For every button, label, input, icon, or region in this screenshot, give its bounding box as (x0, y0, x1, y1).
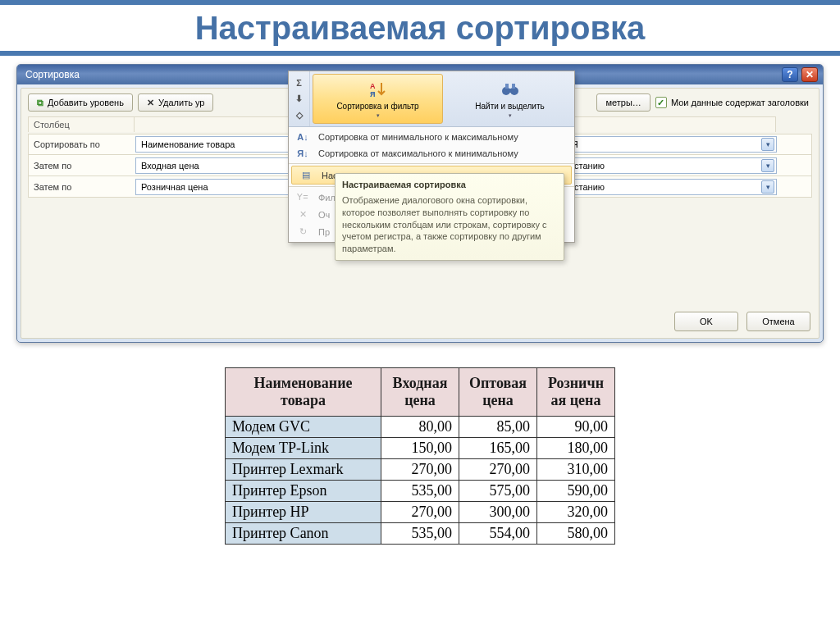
cell-opt: 554,00 (459, 523, 537, 545)
custom-sort-icon: ▤ (297, 170, 315, 180)
sort-dialog: Сортировка ? ✕ Σ⬇◇ АЯ Сортировка и фильт… (16, 64, 824, 343)
cell-in: 270,00 (381, 459, 459, 481)
tooltip-title: Настраиваемая сортировка (342, 179, 557, 191)
has-headers-label: Мои данные содержат заголовки (671, 98, 809, 107)
table-header: Входнаяцена (381, 368, 459, 417)
delete-level-label: Удалить ур (158, 98, 205, 107)
menu-sort-asc[interactable]: А↓ Сортировка от минимального к максимал… (289, 129, 574, 145)
dialog-title: Сортировка (25, 69, 80, 80)
table-row: Принтер HP270,00300,00320,00 (226, 502, 615, 523)
reapply-icon: ↻ (294, 226, 312, 237)
sort-row-label: Сортировать по (29, 139, 135, 149)
menu-filter-label: Фил (318, 193, 336, 203)
svg-text:А: А (370, 82, 376, 90)
ribbon-dropdown: Σ⬇◇ АЯ Сортировка и фильтр ▾ Найти и выд… (288, 71, 575, 243)
checkbox-checked-icon: ✓ (655, 97, 667, 108)
sort-desc-icon: Я↓ (294, 148, 312, 158)
binoculars-icon (500, 79, 521, 100)
menu-sort-desc[interactable]: Я↓ Сортировка от максимального к минимал… (289, 145, 574, 162)
sort-filter-ribbon-button[interactable]: АЯ Сортировка и фильтр ▾ (313, 74, 443, 124)
products-table: НаименованиетовараВходнаяценаОптоваяцена… (225, 367, 615, 545)
sort-field-value: Входная цена (141, 161, 199, 171)
cell-in: 270,00 (381, 502, 459, 523)
cell-opt: 85,00 (459, 417, 537, 438)
cell-opt: 575,00 (459, 481, 537, 502)
cancel-button[interactable]: Отмена (746, 312, 810, 331)
has-headers-checkbox[interactable]: ✓ Мои данные содержат заголовки (655, 97, 809, 108)
table-row: Принтер Canon535,00554,00580,00 (226, 523, 615, 545)
cell-name: Принтер Epson (226, 481, 381, 502)
cell-ret: 580,00 (537, 523, 615, 545)
dialog-body: Σ⬇◇ АЯ Сортировка и фильтр ▾ Найти и выд… (21, 88, 819, 339)
svg-text:Я: Я (370, 90, 375, 98)
find-select-label: Найти и выделить (475, 102, 544, 111)
cell-in: 150,00 (381, 438, 459, 459)
ok-button[interactable]: OK (674, 312, 738, 331)
find-select-ribbon-button[interactable]: Найти и выделить ▾ (445, 71, 574, 126)
svg-rect-6 (512, 84, 515, 89)
table-row: Модем GVC80,0085,0090,00 (226, 417, 615, 438)
sort-field-value: Розничная цена (141, 182, 208, 192)
add-level-button[interactable]: ⧉ Добавить уровень (28, 93, 133, 112)
sort-field-value: Наименование товара (141, 139, 235, 149)
cell-opt: 165,00 (459, 438, 537, 459)
table-header: Розничная цена (537, 368, 615, 417)
sort-row-label: Затем по (29, 161, 135, 171)
chevron-down-icon: ▾ (761, 180, 774, 194)
cell-name: Принтер HP (226, 502, 381, 523)
table-row: Принтер Lexmark270,00270,00310,00 (226, 459, 615, 481)
menu-sort-asc-label: Сортировка от минимального к максимально… (318, 132, 518, 142)
table-header: Наименованиетовара (226, 368, 381, 417)
cell-name: Модем GVC (226, 417, 381, 438)
tooltip-body: Отображение диалогового окна сортировки,… (342, 194, 557, 255)
page-title: Настраиваемая сортировка (0, 0, 840, 56)
chevron-down-icon: ▾ (761, 159, 774, 172)
cell-name: Модем TP-Link (226, 438, 381, 459)
cell-in: 535,00 (381, 523, 459, 545)
cell-ret: 310,00 (537, 459, 615, 481)
chevron-down-icon: ▾ (377, 112, 380, 119)
add-icon: ⧉ (37, 98, 43, 108)
cell-in: 535,00 (381, 481, 459, 502)
column-header-label: Столбец (28, 116, 135, 132)
options-label: метры… (605, 98, 641, 107)
table-header: Оптоваяцена (459, 368, 537, 417)
menu-clear-label: Оч (318, 210, 330, 220)
options-button[interactable]: метры… (596, 93, 650, 112)
cell-name: Принтер Lexmark (226, 459, 381, 481)
cell-ret: 180,00 (537, 438, 615, 459)
menu-sort-desc-label: Сортировка от максимального к минимально… (318, 148, 518, 158)
dialog-footer: OK Отмена (674, 312, 810, 331)
chevron-down-icon: ▾ (509, 112, 512, 119)
table-row: Модем TP-Link150,00165,00180,00 (226, 438, 615, 459)
delete-level-button[interactable]: ✕ Удалить ур (138, 93, 214, 112)
cell-name: Принтер Canon (226, 523, 381, 545)
cell-opt: 270,00 (459, 459, 537, 481)
cell-ret: 590,00 (537, 481, 615, 502)
sort-asc-icon: А↓ (294, 132, 312, 142)
cell-ret: 320,00 (537, 502, 615, 523)
clear-icon: ✕ (294, 209, 312, 220)
menu-reapply-label: Пр (318, 227, 330, 237)
add-level-label: Добавить уровень (48, 98, 124, 107)
sort-filter-icon: АЯ (368, 79, 389, 100)
custom-sort-tooltip: Настраиваемая сортировка Отображение диа… (335, 173, 564, 261)
cell-in: 80,00 (381, 417, 459, 438)
close-button[interactable]: ✕ (801, 67, 818, 82)
cell-opt: 300,00 (459, 502, 537, 523)
cell-ret: 90,00 (537, 417, 615, 438)
filter-icon: Ү= (294, 192, 312, 203)
chevron-down-icon: ▾ (761, 138, 774, 151)
help-button[interactable]: ? (782, 67, 798, 82)
sort-row-label: Затем по (29, 182, 135, 192)
ribbon-side-icons: Σ⬇◇ (289, 71, 310, 126)
svg-rect-5 (505, 84, 509, 89)
table-row: Принтер Epson535,00575,00590,00 (226, 481, 615, 502)
svg-rect-4 (508, 89, 513, 93)
sort-filter-label: Сортировка и фильтр (336, 102, 418, 111)
delete-icon: ✕ (147, 98, 154, 108)
